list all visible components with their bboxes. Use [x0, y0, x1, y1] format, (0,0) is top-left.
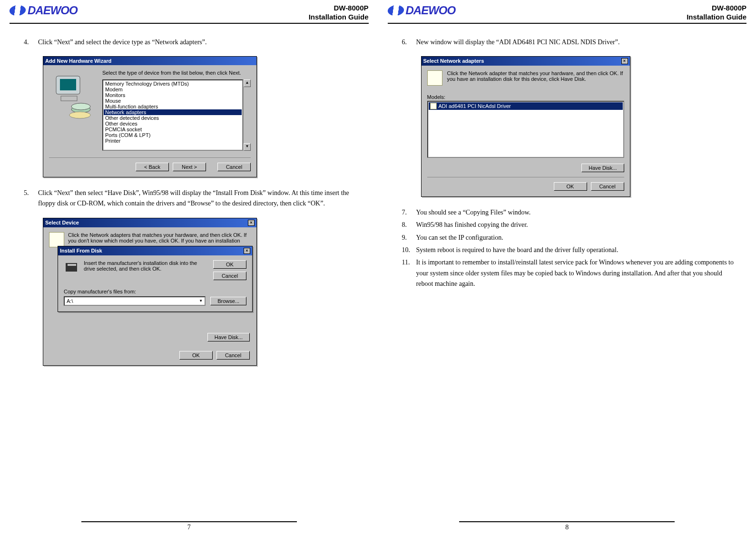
cancel-button[interactable]: Cancel — [591, 182, 624, 191]
cancel-button[interactable]: Cancel — [216, 351, 250, 360]
brand-logo: DAEWOO — [388, 4, 456, 17]
svg-point-5 — [69, 112, 90, 118]
step-text: Win95/98 has finished copying the driver… — [416, 220, 737, 230]
dialog-body: Select the type of device from the list … — [43, 65, 256, 177]
list-item[interactable]: Mouse — [104, 98, 242, 104]
svg-rect-2 — [61, 96, 77, 101]
models-label: Models: — [427, 94, 624, 100]
dialog-title: Select Device — [45, 220, 79, 225]
adapter-card-icon — [427, 70, 442, 86]
doc-title-sub: Installation Guide — [687, 13, 746, 22]
list-item[interactable]: Other detected devices — [104, 115, 242, 121]
select-network-adapters-dialog: Select Network adapters × Click the Netw… — [421, 56, 630, 197]
doc-title: DW-8000P Installation Guide — [309, 4, 369, 22]
list-item[interactable]: Memory Technology Drivers (MTDs) — [104, 81, 242, 87]
outer-dialog-text: Click the Network adapters that matches … — [68, 232, 251, 247]
dialog-title: Install From Disk — [60, 248, 102, 253]
dialog-titlebar: Select Device × — [43, 218, 256, 227]
cancel-button[interactable]: Cancel — [213, 272, 246, 280]
list-item[interactable]: Printer — [104, 138, 242, 144]
device-type-listbox: Memory Technology Drivers (MTDs) Modem M… — [102, 79, 251, 151]
close-icon[interactable]: × — [248, 220, 255, 226]
page-8: DAEWOO DW-8000P Installation Guide 6. Ne… — [378, 0, 756, 536]
page-footer: 7 — [81, 521, 297, 531]
chevron-down-icon[interactable]: ▼ — [199, 299, 203, 303]
page-content: 6. New window will display the “ADI AD64… — [388, 37, 747, 522]
add-hardware-wizard-dialog: Add New Hardware Wizard — [43, 56, 257, 177]
floppy-disk-icon — [64, 260, 79, 275]
ok-button[interactable]: OK — [554, 182, 587, 191]
browse-button[interactable]: Browse... — [210, 297, 246, 305]
back-button[interactable]: < Back — [136, 163, 169, 171]
page-7: DAEWOO DW-8000P Installation Guide 4. Cl… — [0, 0, 378, 536]
step-number: 11. — [402, 257, 416, 289]
adapter-icon — [430, 103, 437, 109]
list-item[interactable]: Ports (COM & LPT) — [104, 132, 242, 138]
step-11: 11. It is important to remember to insta… — [402, 257, 737, 289]
scroll-down-icon[interactable]: ▼ — [244, 143, 251, 151]
dialog-titlebar: Install From Disk × — [58, 246, 252, 255]
brand-text: DAEWOO — [28, 4, 78, 17]
dialog-instruction: Click the Network adapter that matches y… — [447, 70, 624, 86]
brand-text: DAEWOO — [406, 4, 456, 17]
cancel-button[interactable]: Cancel — [217, 163, 251, 171]
list-item[interactable]: Other devices — [104, 121, 242, 127]
list-item[interactable]: Modem — [104, 87, 242, 92]
step-text: Click “Next” and select the device type … — [38, 37, 359, 48]
close-icon[interactable]: × — [244, 248, 250, 254]
step-8: 8. Win95/98 has finished copying the dri… — [402, 220, 737, 230]
scroll-up-icon[interactable]: ▲ — [244, 79, 251, 87]
model-name: ADI ad6481 PCI NicAdsl Driver — [439, 103, 511, 109]
step-7: 7. You should see a “Copying Files” wind… — [402, 207, 737, 218]
dialog-title: Select Network adapters — [423, 58, 484, 64]
dialog-instruction: Select the type of device from the list … — [102, 70, 251, 76]
step-number: 4. — [24, 37, 38, 48]
step-list: 5. Click “Next” then select “Have Disk”,… — [24, 188, 359, 209]
step-text: Click “Next” then select “Have Disk”, Wi… — [38, 188, 359, 209]
step-number: 10. — [402, 245, 416, 255]
step-text: You should see a “Copying Files” window. — [416, 207, 737, 218]
brand-logo: DAEWOO — [10, 4, 78, 17]
step-9: 9. You can set the IP configuration. — [402, 233, 737, 243]
step-number: 9. — [402, 233, 416, 243]
have-disk-button[interactable]: Have Disk... — [581, 164, 624, 172]
dialog-button-row: < Back Next > Cancel — [49, 163, 251, 171]
page-number: 8 — [565, 524, 569, 531]
step-number: 5. — [24, 188, 38, 209]
doc-title-model: DW-8000P — [687, 4, 746, 13]
list-item[interactable]: Monitors — [104, 92, 242, 98]
step-text: You can set the IP configuration. — [416, 233, 737, 243]
next-button[interactable]: Next > — [173, 163, 206, 171]
dialog-title: Add New Hardware Wizard — [45, 58, 111, 64]
ok-button[interactable]: OK — [179, 351, 213, 360]
step-text: New window will display the “ADI AD6481 … — [416, 37, 737, 48]
step-6: 6. New window will display the “ADI AD64… — [402, 37, 737, 48]
list-item-selected[interactable]: Network adapters — [104, 109, 242, 115]
header: DAEWOO DW-8000P Installation Guide — [10, 4, 369, 24]
doc-title-sub: Installation Guide — [309, 13, 369, 22]
model-list-item[interactable]: ADI ad6481 PCI NicAdsl Driver — [429, 102, 623, 110]
dialog-body: Click the Network adapters that matches … — [43, 227, 256, 365]
daewoo-swish-icon — [387, 5, 404, 16]
models-listbox: ADI ad6481 PCI NicAdsl Driver — [427, 101, 624, 158]
ok-button[interactable]: OK — [213, 260, 246, 269]
drive-combobox[interactable]: A:\ ▼ — [64, 296, 206, 306]
doc-title: DW-8000P Installation Guide — [687, 4, 746, 22]
page-content: 4. Click “Next” and select the device ty… — [10, 37, 369, 522]
svg-point-4 — [71, 103, 90, 110]
step-number: 7. — [402, 207, 416, 218]
wizard-art-icon — [49, 70, 97, 122]
dialog-titlebar: Add New Hardware Wizard — [43, 57, 256, 65]
step-10: 10. System reboot is required to have th… — [402, 245, 737, 255]
have-disk-button[interactable]: Have Disk... — [207, 333, 250, 341]
inner-dialog-text: Insert the manufacturer's installation d… — [84, 260, 208, 280]
step-list: 6. New window will display the “ADI AD64… — [402, 37, 737, 48]
list-item[interactable]: PCMCIA socket — [104, 127, 242, 132]
close-icon[interactable]: × — [621, 58, 628, 64]
scrollbar[interactable]: ▲ ▼ — [243, 79, 251, 151]
page-number: 7 — [187, 524, 191, 531]
step-5: 5. Click “Next” then select “Have Disk”,… — [24, 188, 359, 209]
list-item[interactable]: Multi-function adapters — [104, 104, 242, 109]
dialog-body: Insert the manufacturer's installation d… — [58, 255, 252, 312]
svg-rect-1 — [60, 79, 76, 90]
